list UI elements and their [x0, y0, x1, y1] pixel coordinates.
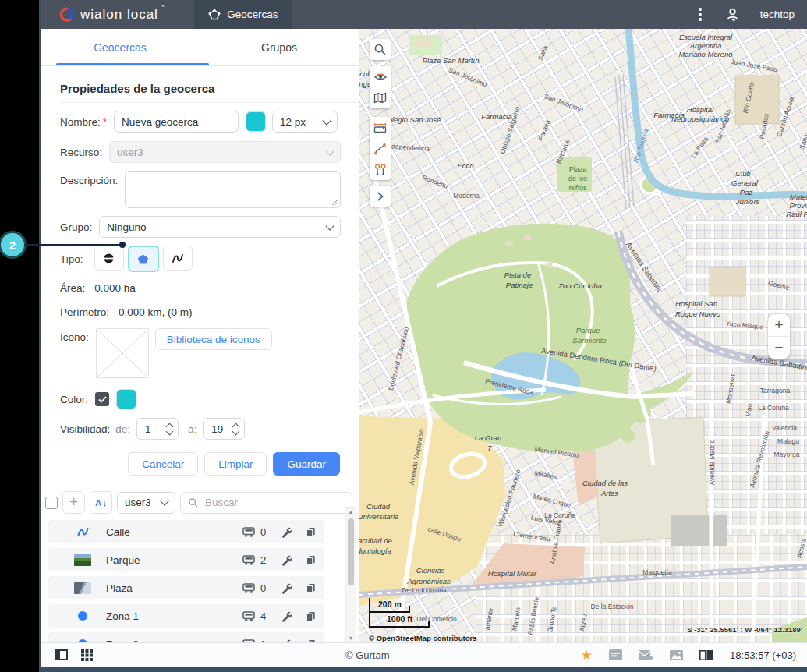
favorites-star-icon[interactable]: ★: [581, 649, 593, 662]
copy-geofence-button[interactable]: [305, 526, 317, 538]
toggle-panel-icon[interactable]: [55, 649, 68, 660]
search-input[interactable]: [204, 496, 345, 509]
zoom-in-button[interactable]: +: [768, 314, 790, 337]
font-size-select[interactable]: 12 px: [272, 111, 338, 133]
reports-table-icon[interactable]: [699, 650, 713, 660]
tab-geocercas-window[interactable]: Geocercas: [194, 0, 292, 29]
edit-geofence-button[interactable]: [281, 610, 292, 622]
copy-icon: [305, 554, 317, 566]
tipo-line-button[interactable]: [163, 246, 193, 271]
edit-geofence-button[interactable]: [281, 582, 292, 594]
panel-heading: Propiedades de la geocerca: [60, 82, 339, 95]
descripcion-textarea[interactable]: [125, 171, 341, 208]
edit-geofence-button[interactable]: [281, 526, 292, 538]
unit-count: 0: [260, 582, 268, 594]
app-tab-label: Geocercas: [227, 9, 278, 20]
scroll-down-icon[interactable]: ▼: [346, 635, 356, 641]
panel-tabs: Geocercas Grupos: [41, 29, 359, 66]
grupo-select[interactable]: Ninguno: [99, 216, 341, 238]
clear-button[interactable]: Limpiar: [204, 452, 267, 476]
ruler-icon[interactable]: [370, 117, 391, 138]
map-layers-icon[interactable]: [370, 87, 391, 108]
wrench-icon: [281, 610, 292, 622]
wrench-icon: [281, 554, 292, 566]
copy-icon: [305, 610, 317, 622]
polyline-type-icon: [172, 253, 184, 264]
perimetro-label: Perímetro:: [60, 306, 109, 318]
polygon-type-icon: [137, 253, 149, 265]
unit-count: 4: [260, 610, 268, 622]
area-label: Área:: [60, 282, 85, 294]
chevron-right-icon[interactable]: [370, 186, 391, 207]
notices-icon[interactable]: [609, 649, 622, 660]
visibility-from-stepper[interactable]: 1: [136, 418, 179, 440]
copy-geofence-button[interactable]: [305, 582, 317, 594]
visibility-eye-icon[interactable]: [370, 66, 391, 87]
geofence-color-swatch[interactable]: [246, 111, 266, 132]
geofence-list: Calle0Parque2Plaza0Zona 14Zona 21: [48, 520, 324, 643]
map-measure-tools: [370, 117, 391, 180]
geofence-name: Calle: [106, 526, 130, 538]
circle-type-icon: [103, 253, 115, 264]
search-box[interactable]: [180, 492, 352, 514]
color-checkbox[interactable]: [95, 392, 109, 406]
map-search-icon[interactable]: [370, 39, 391, 60]
resize-grip[interactable]: [332, 199, 338, 205]
map[interactable]: Plaza San MartínSan JerónimoSan Jerónimo…: [359, 29, 807, 643]
map-search-tool: [370, 39, 391, 60]
nombre-input[interactable]: Nueva geocerca: [114, 111, 239, 133]
scroll-up-icon[interactable]: ▲: [346, 509, 356, 515]
more-menu-icon[interactable]: [696, 5, 705, 24]
media-icon[interactable]: [670, 650, 683, 660]
icon-library-button[interactable]: Biblioteca de iconos: [155, 328, 272, 350]
bottom-bar: © Gurtam ★ 18:53:57 (+03): [41, 642, 807, 667]
geofence-polygon-icon: [208, 9, 221, 21]
top-bar: wialon local` Geocercas techtop: [41, 0, 807, 29]
apps-grid-icon[interactable]: [81, 649, 93, 661]
sort-button[interactable]: A↓: [90, 491, 112, 514]
tipo-circle-button[interactable]: [94, 246, 124, 271]
copy-geofence-button[interactable]: [305, 554, 317, 566]
list-scrollbar[interactable]: ▲ ▼: [345, 507, 356, 643]
tab-geocercas[interactable]: Geocercas: [41, 29, 200, 65]
add-geofence-button[interactable]: +: [62, 491, 85, 514]
copy-geofence-button[interactable]: [305, 610, 317, 622]
geofence-row[interactable]: Zona 21: [48, 632, 324, 643]
geofence-row[interactable]: Zona 14: [48, 604, 324, 628]
wialon-logo: wialon local`: [59, 7, 165, 23]
wrench-icon: [281, 526, 292, 538]
unit-icon: [242, 527, 255, 537]
wialon-logo-icon: [59, 7, 74, 22]
geofence-row[interactable]: Plaza0: [48, 576, 324, 599]
tipo-polygon-button[interactable]: [128, 246, 159, 272]
copyright: © Gurtam: [345, 643, 390, 667]
color-value-swatch[interactable]: [116, 389, 136, 409]
logo-tick: `: [161, 4, 165, 16]
recurso-label: Recurso:: [60, 147, 102, 158]
geofence-name: Zona 1: [106, 610, 139, 622]
icono-label: Icono:: [60, 331, 89, 343]
screenshot-root: wialon local` Geocercas techtop Geocerca…: [0, 0, 807, 672]
geofence-row[interactable]: Parque2: [48, 548, 324, 571]
select-all-checkbox[interactable]: [45, 497, 58, 509]
tab-grupos[interactable]: Grupos: [200, 29, 359, 65]
unit-count: 2: [260, 554, 268, 566]
username[interactable]: techtop: [760, 9, 795, 20]
unit-icon: [242, 555, 255, 565]
route-icon[interactable]: [370, 138, 391, 159]
messages-icon[interactable]: [639, 649, 653, 660]
edit-geofence-button[interactable]: [281, 554, 292, 566]
zoom-out-button[interactable]: −: [768, 337, 790, 359]
icon-placeholder[interactable]: [96, 328, 149, 378]
geofence-row[interactable]: Calle0: [48, 520, 324, 543]
scrollbar-thumb[interactable]: [348, 518, 354, 585]
cancel-button[interactable]: Cancelar: [128, 452, 198, 476]
resource-filter-select[interactable]: user3: [117, 492, 175, 514]
user-icon[interactable]: [725, 7, 740, 22]
save-button[interactable]: Guardar: [273, 452, 340, 476]
clock: 18:53:57 (+03): [730, 649, 796, 661]
required-mark: *: [103, 116, 107, 128]
recurso-select: user3: [109, 141, 341, 163]
visibility-to-stepper[interactable]: 19: [203, 418, 245, 440]
nodes-icon[interactable]: [370, 159, 391, 180]
